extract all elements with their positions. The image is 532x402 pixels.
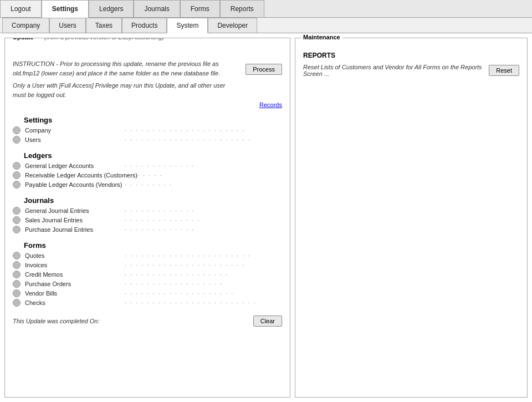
update-legend-sub: — (from a previous version of EasyAccoun… bbox=[37, 38, 172, 40]
dot-pje bbox=[13, 226, 21, 233]
instruction-text: INSTRUCTION - Prior to processing this u… bbox=[13, 59, 240, 78]
item-vendorbills: Vendor Bills bbox=[25, 290, 125, 297]
item-quotes: Quotes bbox=[25, 252, 125, 259]
footer-row: This Update was completed On: Clear bbox=[13, 316, 282, 327]
top-nav: Logout Settings Ledgers Journals Forms R… bbox=[0, 0, 532, 18]
top-nav-settings[interactable]: Settings bbox=[42, 0, 89, 18]
list-item: Quotes · · · · · · · · · · · · · · · · ·… bbox=[13, 252, 282, 259]
list-item: Vendor Bills · · · · · · · · · · · · · ·… bbox=[13, 289, 282, 297]
dots-invoices: · · · · · · · · · · · · · · · · · · · · … bbox=[125, 262, 245, 268]
item-payable: Payable Ledger Accounts (Vendors) bbox=[25, 181, 125, 188]
clear-button[interactable]: Clear bbox=[253, 316, 282, 327]
main-content: Update — (from a previous version of Eas… bbox=[0, 33, 532, 402]
list-item: Receivable Ledger Accounts (Customers) ·… bbox=[13, 171, 282, 179]
dots-company: · · · · · · · · · · · · · · · · · · · · … bbox=[125, 127, 245, 134]
records-row: Records bbox=[13, 101, 282, 108]
dots-sje: · · · · · · · · · · · · · · bbox=[125, 217, 201, 223]
section-ledgers: Ledgers bbox=[24, 151, 282, 160]
section-forms: Forms bbox=[24, 241, 282, 250]
top-nav-logout[interactable]: Logout bbox=[0, 0, 42, 17]
update-legend: Update — (from a previous version of Eas… bbox=[11, 38, 174, 40]
item-checks: Checks bbox=[25, 299, 125, 306]
list-item: Checks · · · · · · · · · · · · · · · · ·… bbox=[13, 299, 282, 307]
list-item: Purchase Orders · · · · · · · · · · · · … bbox=[13, 280, 282, 288]
item-invoices: Invoices bbox=[25, 262, 125, 268]
reports-row: Reset Lists of Customers and Vendor for … bbox=[303, 64, 519, 77]
item-gje: General Journal Entries bbox=[25, 207, 125, 214]
list-item: Invoices · · · · · · · · · · · · · · · ·… bbox=[13, 261, 282, 269]
dots-vendorbills: · · · · · · · · · · · · · · · · · · · · bbox=[125, 290, 234, 297]
second-nav-users[interactable]: Users bbox=[49, 18, 85, 33]
reports-desc: Reset Lists of Customers and Vendor for … bbox=[303, 64, 483, 77]
records-link[interactable]: Records bbox=[259, 101, 282, 108]
dots-checks: · · · · · · · · · · · · · · · · · · · · … bbox=[125, 299, 257, 306]
dot-gje bbox=[13, 207, 21, 215]
left-panel: Update — (from a previous version of Eas… bbox=[4, 38, 290, 398]
item-creditmemos: Credit Memos bbox=[25, 271, 125, 278]
maintenance-legend: Maintenance bbox=[301, 34, 342, 40]
item-receivable: Receivable Ledger Accounts (Customers) bbox=[25, 172, 137, 179]
list-item: Payable Ledger Accounts (Vendors) · · · … bbox=[13, 181, 282, 189]
item-company: Company bbox=[25, 127, 125, 134]
dot-invoices bbox=[13, 261, 21, 269]
list-item: Credit Memos · · · · · · · · · · · · · ·… bbox=[13, 271, 282, 278]
dot-creditmemos bbox=[13, 271, 21, 278]
dot-checks bbox=[13, 299, 21, 307]
item-po: Purchase Orders bbox=[25, 281, 125, 287]
reset-button[interactable]: Reset bbox=[489, 65, 519, 76]
second-nav-company[interactable]: Company bbox=[2, 18, 49, 33]
process-row: INSTRUCTION - Prior to processing this u… bbox=[13, 52, 282, 99]
section-journals: Journals bbox=[24, 196, 282, 205]
reports-title: REPORTS bbox=[303, 52, 519, 59]
dots-users: · · · · · · · · · · · · · · · · · · · · … bbox=[125, 136, 251, 143]
dots-gl: · · · · · · · · · · · · · bbox=[125, 162, 195, 169]
second-nav-taxes[interactable]: Taxes bbox=[86, 18, 122, 33]
footer-text: This Update was completed On: bbox=[13, 318, 100, 324]
dot-receivable bbox=[13, 171, 21, 179]
access-text: Only a User with [Full Access] Privilege… bbox=[13, 81, 240, 99]
dot-gl bbox=[13, 162, 21, 170]
top-nav-reports[interactable]: Reports bbox=[220, 0, 264, 17]
top-nav-spacer bbox=[264, 0, 532, 17]
list-item: General Journal Entries · · · · · · · · … bbox=[13, 207, 282, 215]
dot-payable bbox=[13, 181, 21, 189]
dots-payable: · · · · · · · · · bbox=[125, 181, 172, 188]
dots-po: · · · · · · · · · · · · · · · · · · bbox=[125, 281, 223, 287]
list-item: Sales Journal Entries · · · · · · · · · … bbox=[13, 216, 282, 224]
second-nav: Company Users Taxes Products System Deve… bbox=[0, 18, 532, 33]
list-item: Users · · · · · · · · · · · · · · · · · … bbox=[13, 136, 282, 144]
dots-gje: · · · · · · · · · · · · · bbox=[125, 207, 195, 214]
dot-quotes bbox=[13, 252, 21, 259]
item-pje: Purchase Journal Entries bbox=[25, 226, 125, 233]
section-settings: Settings bbox=[24, 116, 282, 124]
right-panel: Maintenance REPORTS Reset Lists of Custo… bbox=[295, 38, 528, 398]
dots-pje: · · · · · · · · · · · · · bbox=[125, 226, 195, 233]
item-users: Users bbox=[25, 136, 125, 143]
list-item: Purchase Journal Entries · · · · · · · ·… bbox=[13, 226, 282, 233]
process-button[interactable]: Process bbox=[245, 64, 282, 75]
top-nav-ledgers[interactable]: Ledgers bbox=[89, 0, 134, 17]
second-nav-developer[interactable]: Developer bbox=[208, 18, 257, 33]
dots-receivable: · · · · · bbox=[137, 172, 163, 179]
update-label: Update bbox=[13, 38, 33, 40]
dots-quotes: · · · · · · · · · · · · · · · · · · · · … bbox=[125, 252, 251, 259]
second-nav-system[interactable]: System bbox=[167, 18, 208, 33]
top-nav-forms[interactable]: Forms bbox=[180, 0, 220, 17]
item-gl: General Ledger Accounts bbox=[25, 162, 125, 169]
dot-po bbox=[13, 280, 21, 288]
list-item: Company · · · · · · · · · · · · · · · · … bbox=[13, 126, 282, 134]
dot-vendorbills bbox=[13, 289, 21, 297]
dot-company bbox=[13, 126, 21, 134]
top-nav-journals[interactable]: Journals bbox=[134, 0, 180, 17]
list-item: General Ledger Accounts · · · · · · · · … bbox=[13, 162, 282, 170]
dots-creditmemos: · · · · · · · · · · · · · · · · · · · bbox=[125, 271, 228, 278]
dot-users bbox=[13, 136, 21, 144]
second-nav-products[interactable]: Products bbox=[122, 18, 167, 33]
dot-sje bbox=[13, 216, 21, 224]
item-sje: Sales Journal Entries bbox=[25, 217, 125, 223]
